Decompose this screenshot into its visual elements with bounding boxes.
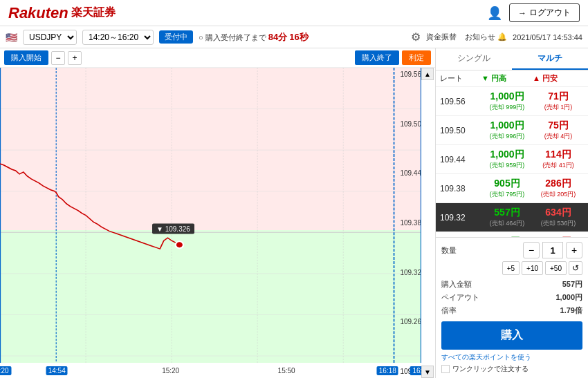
bell-icon: 🔔 — [497, 32, 507, 41]
rate-price-2: 109.44 — [440, 155, 481, 164]
rate-down-0: 1,000円 (売却 999円) — [481, 91, 533, 112]
order-panel: 数量 − 1 + +5 +10 +50 ↺ 購入金額 557円 ペイアウト 1,… — [436, 237, 588, 378]
x-label-0: 14:20 — [0, 366, 12, 375]
rate-row-0[interactable]: 109.56 1,000円 (売却 999円) 71円 (売却 1円) — [436, 87, 588, 116]
qty-controls: − 1 + — [523, 242, 582, 258]
qty-value: 1 — [542, 242, 563, 258]
qty-plus-button[interactable]: + — [566, 242, 582, 258]
flag-icon: 🇺🇸 — [6, 32, 17, 43]
status-badge: 受付中 — [159, 30, 193, 44]
one-click-label: ワンクリックで注文する — [452, 364, 529, 374]
logo-rakuten: Rakuten — [8, 4, 68, 22]
payout-row: ペイアウト 1,000円 — [441, 291, 582, 304]
rate-down-1: 1,000円 (売却 996円) — [481, 120, 533, 141]
notification-link[interactable]: お知らせ 🔔 — [465, 32, 507, 42]
plus-button[interactable]: + — [68, 51, 82, 65]
rate-price-4: 109.32 — [440, 213, 481, 223]
toolbar-date: 2021/05/17 14:53:44 — [513, 33, 582, 41]
yen-down-header: ▼ 円高 — [481, 73, 533, 84]
one-click-checkbox[interactable] — [441, 365, 450, 373]
profit-button[interactable]: 利定 — [402, 50, 431, 65]
current-price-label: ▼ 109.326 — [152, 224, 194, 234]
tab-single[interactable]: シングル — [436, 48, 512, 70]
qty-preset-10[interactable]: +10 — [522, 261, 543, 275]
multiplier-value: 1.79倍 — [560, 305, 582, 316]
notification-label: お知らせ — [465, 32, 495, 41]
qty-minus-button[interactable]: − — [523, 242, 540, 258]
rate-row-5[interactable]: 109.26 235円 (売却 157円) 956円 (売却 843円) — [436, 232, 588, 237]
chart-area: 購入開始 − + 購入終了 利定 ▲ 109.56 109.50 109.44 … — [0, 48, 436, 378]
rate-up-4: 634円 (売却 536円) — [533, 207, 584, 228]
purchase-timer: ○ 購入受付終了まで 84分 16秒 — [199, 31, 309, 44]
rate-up-0: 71円 (売却 1円) — [533, 91, 584, 112]
logout-button[interactable]: → ログアウト — [509, 3, 580, 22]
scroll-down-button[interactable]: ▼ — [421, 366, 434, 378]
rate-row-2[interactable]: 109.44 1,000円 (売却 959円) 114円 (売却 41円) — [436, 145, 588, 174]
rate-down-4: 557円 (売却 464円) — [481, 207, 533, 228]
rate-up-2: 114円 (売却 41円) — [533, 149, 584, 170]
rate-table: レート ▼ 円高 ▲ 円安 109.56 1,000円 (売却 999円) 71… — [436, 70, 588, 237]
multiplier-label: 倍率 — [441, 305, 457, 316]
right-panel: シングル マルチ レート ▼ 円高 ▲ 円安 109.56 1,000円 (売却… — [436, 48, 588, 378]
purchase-start-button[interactable]: 購入開始 — [4, 50, 48, 65]
qty-refresh-button[interactable]: ↺ — [569, 261, 582, 275]
header: Rakuten 楽天証券 👤 → ログアウト — [0, 0, 588, 26]
toolbar-links: 資金振替 お知らせ 🔔 — [426, 32, 507, 42]
panel-tabs: シングル マルチ — [436, 48, 588, 70]
rate-price-3: 109.38 — [440, 184, 481, 193]
x-label-1: 14:54 — [46, 367, 68, 375]
qty-preset-5[interactable]: +5 — [502, 261, 520, 275]
purchase-end-button[interactable]: 購入終了 — [355, 50, 399, 65]
toolbar: 🇺🇸 USDJPY 14:20～16:20 受付中 ○ 購入受付終了まで 84分… — [0, 26, 588, 48]
date-text: 2021/05/17 — [513, 33, 551, 41]
rate-table-header: レート ▼ 円高 ▲ 円安 — [436, 70, 588, 87]
rakuten-points-link[interactable]: すべての楽天ポイントを使う — [441, 352, 582, 362]
buy-button[interactable]: 購入 — [441, 321, 582, 350]
user-icon[interactable]: 👤 — [487, 6, 502, 21]
rate-down-3: 905円 (売却 795円) — [481, 178, 533, 199]
timer-minutes: 84分 — [268, 32, 287, 42]
purchase-amount-value: 557円 — [562, 279, 582, 290]
timer-seconds: 16秒 — [289, 32, 308, 42]
rate-header-label: レート — [440, 73, 481, 84]
chart-controls: 購入開始 − + 購入終了 利定 — [0, 48, 435, 68]
purchase-amount-label: 購入金額 — [441, 279, 472, 290]
payout-value: 1,000円 — [555, 292, 582, 303]
qty-preset-50[interactable]: +50 — [545, 261, 567, 275]
logout-arrow-icon: → — [518, 8, 526, 18]
logout-label: ログアウト — [529, 7, 571, 19]
rate-rows: 109.56 1,000円 (売却 999円) 71円 (売却 1円) 109.… — [436, 87, 588, 237]
x-label-3: 15:50 — [278, 367, 295, 375]
purchase-amount-row: 購入金額 557円 — [441, 278, 582, 291]
x-label-4: 16:18 — [377, 367, 398, 375]
multiplier-row: 倍率 1.79倍 — [441, 304, 582, 317]
payout-label: ペイアウト — [441, 292, 479, 303]
rate-down-2: 1,000円 (売却 959円) — [481, 149, 533, 170]
rate-row-3[interactable]: 109.38 905円 (売却 795円) 286円 (売却 205円) — [436, 174, 588, 203]
logo-text: 楽天証券 — [71, 6, 116, 20]
tab-multi[interactable]: マルチ — [512, 48, 588, 70]
purchase-info-text: ○ 購入受付終了まで — [199, 33, 266, 41]
rate-up-3: 286円 (売却 205円) — [533, 178, 584, 199]
minus-button[interactable]: − — [51, 51, 65, 65]
price-value: 109.326 — [165, 225, 190, 233]
svg-point-16 — [176, 241, 183, 248]
time-range-select[interactable]: 14:20～16:20 — [82, 30, 154, 45]
x-label-2: 15:20 — [162, 367, 179, 375]
gear-icon[interactable]: ⚙ — [411, 30, 421, 44]
rate-price-0: 109.56 — [440, 97, 481, 106]
yen-up-header: ▲ 円安 — [533, 73, 584, 84]
one-click-row[interactable]: ワンクリックで注文する — [441, 364, 582, 374]
pair-select[interactable]: USDJPY — [23, 30, 77, 45]
rate-price-1: 109.50 — [440, 126, 481, 135]
rate-row-1[interactable]: 109.50 1,000円 (売却 996円) 75円 (売却 4円) — [436, 116, 588, 145]
chart-canvas: 109.56 109.50 109.44 109.38 109.32 109.2… — [0, 68, 435, 378]
header-right: 👤 → ログアウト — [487, 3, 580, 22]
rate-row-4[interactable]: 109.32 557円 (売却 464円) 634円 (売却 536円) — [436, 203, 588, 232]
chart-svg — [0, 68, 421, 363]
main-layout: 購入開始 − + 購入終了 利定 ▲ 109.56 109.50 109.44 … — [0, 48, 588, 378]
qty-presets: +5 +10 +50 ↺ — [441, 261, 582, 275]
rate-up-1: 75円 (売却 4円) — [533, 120, 584, 141]
fund-transfer-link[interactable]: 資金振替 — [426, 32, 457, 42]
qty-label: 数量 — [441, 245, 457, 256]
